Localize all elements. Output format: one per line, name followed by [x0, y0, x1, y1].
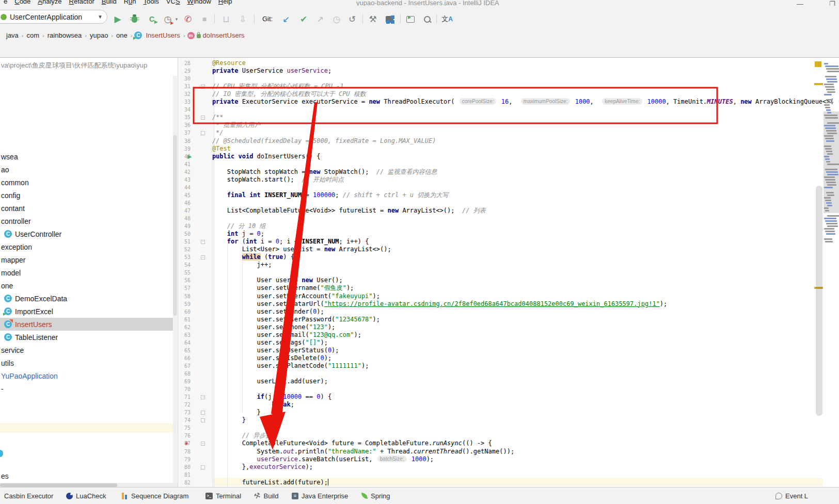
editor-scrollbar-thumb[interactable] — [816, 186, 822, 416]
search-everywhere-button[interactable] — [421, 12, 433, 26]
code-line-35[interactable]: /** — [197, 113, 224, 121]
tree-item-yupaoapplication[interactable]: YuPaoApplication — [0, 369, 173, 382]
run-method-gutter-icon[interactable]: ▶ — [187, 153, 192, 160]
code-line-50[interactable]: int j = 0; — [197, 230, 264, 238]
statusbar-spring[interactable]: Spring — [361, 487, 390, 504]
code-line-64[interactable]: user.setTags("[]"); — [197, 339, 328, 347]
code-line-73[interactable]: } — [197, 409, 261, 416]
tree-item-one[interactable]: one — [0, 279, 173, 292]
code-line-49[interactable]: // 分 10 组 — [197, 222, 265, 230]
code-line-33[interactable]: private ExecutorService executorService … — [197, 98, 839, 106]
menu-vcs[interactable]: VCS — [163, 0, 184, 6]
breadcrumb-method[interactable]: doInsertUsers — [203, 31, 245, 39]
menu-code[interactable]: Code — [11, 0, 34, 6]
breadcrumb-item[interactable]: rainbowsea — [48, 31, 82, 39]
breadcrumb-item[interactable]: com — [27, 31, 40, 39]
tree-item-mapper[interactable]: mapper — [0, 253, 173, 266]
menu-run[interactable]: Run — [120, 0, 140, 6]
translate-button[interactable]: 文A — [440, 12, 454, 26]
code-line-63[interactable]: user.setEmail("123@qq.com"); — [197, 331, 361, 339]
git-rollback-button[interactable]: ↺ — [346, 12, 358, 26]
code-line-37[interactable]: */ — [197, 129, 224, 137]
code-line-78[interactable]: System.out.println("threadName:" + Threa… — [197, 448, 514, 456]
code-line-80[interactable]: },executorService); — [197, 463, 313, 471]
tree-item-importexcel[interactable]: CImportExcel — [0, 305, 173, 318]
code-line-59[interactable]: user.setAvatarUrl("https://profile-avata… — [197, 300, 667, 308]
code-line-36[interactable]: * 批量插入用户 — [197, 121, 261, 129]
breadcrumb-item[interactable]: java — [6, 31, 19, 39]
menu-help[interactable]: Help — [215, 0, 236, 6]
code-line-67[interactable]: user.setPlanetCode("1111111"); — [197, 362, 369, 370]
menu-build[interactable]: Build — [98, 0, 120, 6]
tree-item-tablelistener[interactable]: CTableListener — [0, 331, 173, 344]
code-line-43[interactable]: stopWatch.start(); // 开始时间点 — [197, 176, 344, 184]
code-line-66[interactable]: user.setIsDelete(0); — [197, 354, 331, 362]
code-line-71[interactable]: if(j % 10000 == 0) { — [197, 393, 331, 401]
tree-item-utils[interactable]: utils — [0, 356, 173, 369]
code-line-56[interactable]: User user = new User(); — [197, 277, 343, 284]
statusbar-terminal[interactable]: >_Terminal — [205, 487, 241, 504]
code-line-52[interactable]: List<User> userList = new ArrayList<>(); — [197, 246, 391, 253]
code-line-79[interactable]: userService.saveBatch(userList, batchSiz… — [197, 456, 434, 463]
code-line-76[interactable]: // 异步执行 — [197, 432, 278, 440]
git-history-button[interactable]: ◷ — [330, 12, 343, 26]
code-line-28[interactable]: @Resource — [197, 59, 246, 67]
menu-analyze[interactable]: Analyze — [34, 0, 65, 6]
statusbar-java-enterprise[interactable]: ≡Java Enterprise — [292, 487, 348, 504]
tree-item--[interactable]: - — [0, 382, 173, 395]
code-line-47[interactable]: List<CompletableFuture<Void>> futureList… — [197, 207, 486, 215]
stop-button[interactable]: ■ — [198, 12, 211, 26]
debug-button[interactable] — [128, 12, 140, 26]
breadcrumb-item[interactable]: one — [116, 31, 128, 39]
run-with-coverage-button[interactable]: C — [146, 12, 158, 26]
code-line-57[interactable]: user.setUsername("假鱼皮"); — [197, 284, 354, 292]
gutter-mark-icon[interactable]: ◉ — [184, 441, 188, 446]
code-line-58[interactable]: user.setUserAccount("fakeuyupi"); — [197, 292, 380, 300]
warning-stripe-mark[interactable] — [814, 83, 823, 85]
project-horizontal-scrollbar[interactable] — [0, 483, 178, 487]
code-line-29[interactable]: private UserService userService; — [197, 67, 331, 75]
update-running-app-button[interactable]: ⊔ — [220, 12, 232, 26]
code-line-42[interactable]: StopWatch stopWatch = new StopWatch(); /… — [197, 168, 437, 176]
tree-item-usercontroller[interactable]: CUserController — [0, 227, 173, 240]
build-project-button[interactable]: ⚒ — [367, 12, 379, 26]
tree-item-model[interactable]: model — [0, 266, 173, 279]
code-line-51[interactable]: for (int i = 0; i < INSERT_NUM; i++) { — [197, 238, 369, 246]
scrollbar-thumb[interactable] — [0, 483, 117, 487]
tree-item-partial[interactable]: es — [0, 469, 173, 482]
run-button[interactable]: ▶ — [112, 12, 124, 26]
window-minimize-button[interactable]: — — [797, 0, 803, 6]
menu-refactor[interactable]: Refactor — [66, 0, 98, 6]
tree-item-contant[interactable]: contant — [0, 202, 173, 215]
scrollbar-thumb[interactable] — [173, 135, 177, 316]
tree-item-exception[interactable]: exception — [0, 240, 173, 253]
menu-e[interactable]: e — [0, 0, 11, 6]
code-line-82[interactable]: futureList.add(future); — [197, 479, 328, 486]
code-line-60[interactable]: user.setGender(0); — [197, 308, 324, 316]
code-line-69[interactable]: userList.add(user); — [197, 378, 328, 385]
code-line-74[interactable]: } — [197, 416, 246, 424]
code-line-65[interactable]: user.setUserStatus(0); — [197, 347, 339, 354]
statusbar-sequence-diagram[interactable]: Sequence Diagram — [121, 487, 188, 504]
code-line-62[interactable]: user.setPhone("123"); — [197, 323, 335, 331]
git-push-button[interactable]: ↗ — [314, 12, 326, 26]
window-restore-button[interactable]: ❐ — [829, 0, 835, 6]
project-structure-button[interactable] — [383, 12, 395, 26]
code-line-61[interactable]: user.setUserPassword("12345678"); — [197, 316, 380, 323]
code-line-31[interactable]: // CPU 密集型,分配的核心线程数 = CPU -1 — [197, 83, 344, 90]
code-line-38[interactable]: // @Scheduled(fixedDelay = 5000, fixedRa… — [197, 137, 436, 145]
git-commit-button[interactable]: ✔ — [297, 12, 310, 26]
code-line-39[interactable]: @Test — [197, 145, 231, 153]
profiler-dropdown-arrow[interactable]: ▼ — [174, 12, 179, 26]
statusbar-build[interactable]: ⚒Build — [254, 487, 278, 504]
breadcrumb-class[interactable]: InsertUsers — [146, 31, 180, 39]
code-line-77[interactable]: CompletableFuture<Void> future = Complet… — [197, 440, 492, 447]
tree-item-insertusers[interactable]: CInsertUsers — [0, 318, 173, 331]
code-line-32[interactable]: // IO 密集型, 分配的核心线程数可以大于 CPU 核数 — [197, 90, 366, 98]
tree-item-common[interactable]: common — [0, 176, 173, 189]
inspection-indicator[interactable] — [815, 61, 821, 67]
code-line-40[interactable]: public void doInsertUsers() { — [197, 153, 320, 160]
tree-item-wsea[interactable]: wsea — [0, 150, 173, 163]
tree-item-service[interactable]: service — [0, 344, 173, 356]
breadcrumb-item[interactable]: yupao — [90, 31, 108, 39]
